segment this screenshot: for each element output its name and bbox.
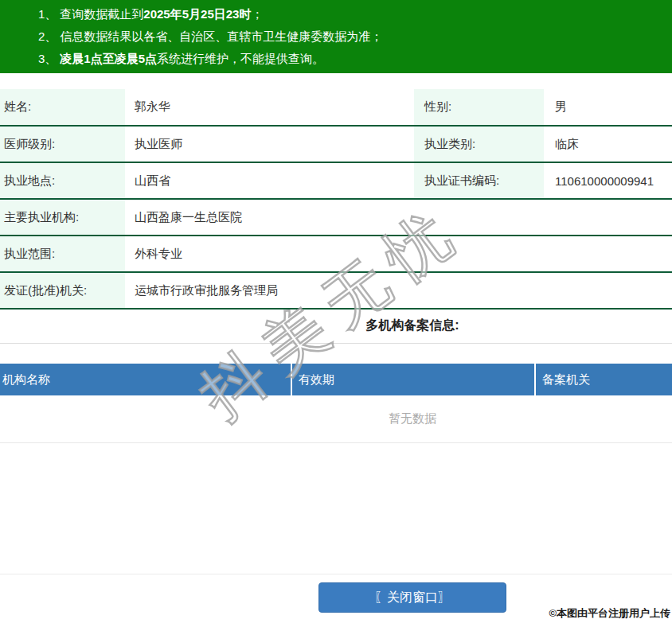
practitioner-info-table: 姓名: 郭永华 性别: 男 医师级别: 执业医师 执业类别: 临床 执业地点: …: [0, 89, 672, 310]
close-window-button[interactable]: 〖关闭窗口〗: [318, 582, 506, 613]
filing-table-header: 机构名称 有效期 备案机关: [0, 364, 672, 395]
notice-text: 查询数据截止到: [60, 7, 143, 21]
column-header-filing-authority: 备案机关: [534, 364, 672, 395]
copyright-note: ©本图由平台注册用户上传: [549, 606, 670, 621]
table-row-issuing-authority: 发证(批准)机关: 运城市行政审批服务管理局: [0, 272, 672, 309]
practice-scope-label: 执业范围:: [0, 236, 125, 272]
practice-location-label: 执业地点:: [0, 162, 125, 199]
notice-banner: 1、查询数据截止到2025年5月25日23时； 2、信息数据结果以各省、自治区、…: [0, 0, 672, 73]
notice-number: 3、: [38, 52, 57, 65]
table-row-level-category: 医师级别: 执业医师 执业类别: 临床: [0, 126, 672, 162]
practice-scope-value: 外科专业: [125, 236, 672, 272]
spacer: [0, 443, 672, 574]
notice-item-2: 2、信息数据结果以各省、自治区、直辖市卫生健康委数据为准；: [38, 25, 664, 48]
doctor-level-value: 执业医师: [125, 126, 414, 162]
license-number-label: 执业证书编码:: [414, 162, 544, 199]
name-label: 姓名:: [0, 89, 125, 126]
table-row-main-institution: 主要执业机构: 山西盈康一生总医院: [0, 199, 672, 236]
notice-number: 2、: [38, 29, 57, 43]
practice-location-value: 山西省: [125, 162, 414, 199]
notice-bold-text: 2025年5月25日23时: [143, 7, 251, 21]
divider-line: [0, 574, 672, 574]
name-value: 郭永华: [125, 89, 414, 126]
notice-bold-text: 凌晨1点至凌晨5点: [60, 52, 157, 65]
notice-item-1: 1、查询数据截止到2025年5月25日23时；: [38, 3, 664, 25]
main-institution-label: 主要执业机构:: [0, 199, 125, 236]
notice-text: ；: [251, 7, 263, 21]
divider-line: [0, 343, 672, 344]
issuing-authority-label: 发证(批准)机关:: [0, 272, 125, 309]
license-number-value: 110610000009941: [544, 162, 672, 199]
practice-category-label: 执业类别:: [414, 126, 544, 162]
column-header-validity: 有效期: [291, 364, 534, 395]
table-row-location-license: 执业地点: 山西省 执业证书编码: 110610000009941: [0, 162, 672, 199]
license-query-page: 1、查询数据截止到2025年5月25日23时； 2、信息数据结果以各省、自治区、…: [0, 0, 672, 623]
notice-text: 系统进行维护，不能提供查询。: [157, 52, 324, 65]
table-row-name-gender: 姓名: 郭永华 性别: 男: [0, 89, 672, 126]
doctor-level-label: 医师级别:: [0, 126, 125, 162]
notice-text: 信息数据结果以各省、自治区、直辖市卫生健康委数据为准；: [60, 29, 382, 43]
filing-section-title: 多机构备案信息:: [0, 310, 672, 337]
empty-state-text: 暂无数据: [0, 395, 672, 443]
table-row-practice-scope: 执业范围: 外科专业: [0, 236, 672, 272]
gender-value: 男: [544, 89, 672, 126]
notice-item-3: 3、凌晨1点至凌晨5点系统进行维护，不能提供查询。: [38, 48, 664, 70]
practice-category-value: 临床: [544, 126, 672, 162]
main-institution-value: 山西盈康一生总医院: [125, 199, 672, 236]
gender-label: 性别:: [414, 89, 544, 126]
issuing-authority-value: 运城市行政审批服务管理局: [125, 272, 672, 309]
notice-number: 1、: [38, 7, 57, 21]
column-header-institution: 机构名称: [0, 364, 291, 395]
